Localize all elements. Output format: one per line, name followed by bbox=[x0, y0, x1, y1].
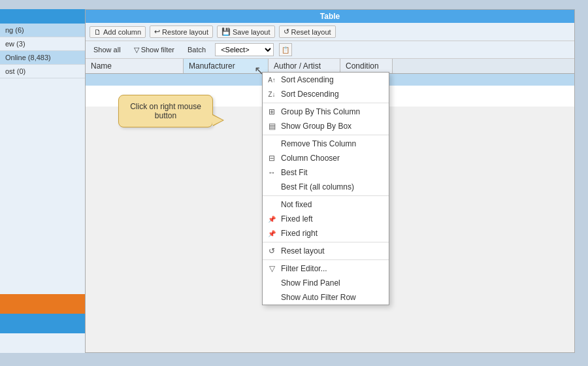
separator-4 bbox=[263, 242, 389, 242]
column-header-author[interactable]: Author / Artist bbox=[269, 59, 340, 73]
fixed-left-icon bbox=[267, 214, 277, 224]
orange-bar bbox=[0, 294, 91, 314]
reset-layout-menu-icon bbox=[267, 246, 277, 256]
remove-col-label: Remove This Column bbox=[281, 139, 356, 148]
group-col-label: Group By This Column bbox=[281, 107, 360, 116]
tooltip-text: Click on right mouse button bbox=[130, 102, 201, 120]
menu-item-col-chooser[interactable]: Column Chooser bbox=[263, 151, 389, 165]
restore-layout-label: Restore layout bbox=[162, 28, 208, 36]
toolbar2: Show all ▽ Show filter Batch <Select> 📋 bbox=[86, 41, 574, 59]
fixed-right-label: Fixed right bbox=[281, 229, 318, 238]
menu-item-best-fit[interactable]: Best Fit bbox=[263, 165, 389, 180]
context-menu: Sort Ascending Sort Descending Group By … bbox=[262, 72, 389, 305]
not-fixed-label: Not fixed bbox=[281, 200, 312, 209]
menu-item-remove-col[interactable]: Remove This Column bbox=[263, 137, 389, 151]
batch-button[interactable]: Batch bbox=[184, 44, 210, 55]
menu-item-reset-layout[interactable]: Reset layout bbox=[263, 244, 389, 258]
color-bars bbox=[0, 294, 91, 333]
show-filter-button[interactable]: ▽ Show filter bbox=[130, 44, 178, 56]
filter-icon: ▽ bbox=[134, 46, 139, 54]
copy-button[interactable]: 📋 bbox=[279, 43, 292, 56]
tooltip-balloon: Click on right mouse button bbox=[118, 95, 213, 127]
column-header-name[interactable]: Name bbox=[86, 59, 184, 73]
sort-asc-label: Sort Ascending bbox=[281, 75, 334, 84]
menu-item-show-group[interactable]: Show Group By Box bbox=[263, 119, 389, 133]
sort-desc-icon bbox=[267, 89, 277, 99]
best-fit-all-label: Best Fit (all columns) bbox=[281, 182, 354, 191]
show-find-label: Show Find Panel bbox=[281, 278, 340, 288]
save-layout-icon: 💾 bbox=[221, 27, 231, 36]
sidebar-item-ost[interactable]: ost (0) bbox=[0, 65, 91, 78]
auto-filter-label: Show Auto Filter Row bbox=[281, 293, 356, 302]
menu-item-filter-editor[interactable]: Filter Editor... bbox=[263, 261, 389, 276]
left-sidebar: ng (6) ew (3) Online (8,483) ost (0) bbox=[0, 9, 91, 353]
window-title: Table bbox=[320, 12, 340, 21]
fixed-right-icon bbox=[267, 228, 277, 239]
batch-label: Batch bbox=[188, 46, 206, 54]
reset-layout-button[interactable]: ↺ Reset layout bbox=[279, 25, 336, 38]
menu-item-sort-desc[interactable]: Sort Descending bbox=[263, 87, 389, 101]
menu-item-best-fit-all[interactable]: Best Fit (all columns) bbox=[263, 180, 389, 194]
column-name-label: Name bbox=[91, 61, 112, 71]
sort-desc-label: Sort Descending bbox=[281, 90, 339, 99]
sidebar-item-online[interactable]: Online (8,483) bbox=[0, 51, 91, 65]
sidebar-item-ng[interactable]: ng (6) bbox=[0, 24, 91, 37]
main-window: Table 🗋 Add column ↩ Restore layout 💾 Sa… bbox=[85, 9, 575, 353]
title-bar: Table bbox=[86, 10, 574, 23]
column-manufacturer-label: Manufacturer bbox=[189, 61, 235, 71]
restore-layout-icon: ↩ bbox=[154, 27, 160, 36]
add-column-button[interactable]: 🗋 Add column bbox=[90, 26, 146, 38]
reset-layout-label: Reset layout bbox=[291, 28, 331, 36]
toolbar1: 🗋 Add column ↩ Restore layout 💾 Save lay… bbox=[86, 23, 574, 41]
menu-item-auto-filter[interactable]: Show Auto Filter Row bbox=[263, 290, 389, 305]
sidebar-header-bar bbox=[0, 9, 91, 24]
sort-asc-icon bbox=[267, 75, 277, 85]
reset-layout-icon: ↺ bbox=[284, 27, 289, 36]
menu-item-fixed-left[interactable]: Fixed left bbox=[263, 212, 389, 226]
sidebar-item-ew[interactable]: ew (3) bbox=[0, 37, 91, 51]
column-author-label: Author / Artist bbox=[274, 61, 321, 71]
show-group-icon bbox=[267, 121, 277, 131]
menu-item-show-find[interactable]: Show Find Panel bbox=[263, 276, 389, 290]
separator-5 bbox=[263, 259, 389, 260]
separator-3 bbox=[263, 195, 389, 196]
fixed-left-label: Fixed left bbox=[281, 214, 313, 224]
add-column-icon: 🗋 bbox=[94, 28, 101, 36]
save-layout-button[interactable]: 💾 Save layout bbox=[217, 25, 274, 38]
separator-1 bbox=[263, 103, 389, 103]
separator-2 bbox=[263, 135, 389, 135]
menu-item-fixed-right[interactable]: Fixed right bbox=[263, 226, 389, 241]
reset-layout-menu-label: Reset layout bbox=[281, 246, 325, 256]
batch-select[interactable]: <Select> bbox=[215, 43, 274, 56]
best-fit-icon bbox=[267, 167, 277, 178]
copy-icon: 📋 bbox=[282, 46, 289, 54]
show-filter-label: Show filter bbox=[141, 46, 174, 54]
save-layout-label: Save layout bbox=[233, 28, 270, 36]
menu-item-not-fixed[interactable]: Not fixed bbox=[263, 197, 389, 212]
menu-item-group-col[interactable]: Group By This Column bbox=[263, 105, 389, 119]
add-column-label: Add column bbox=[103, 28, 141, 36]
blue-bar bbox=[0, 314, 91, 333]
column-header-condition[interactable]: Condition bbox=[340, 59, 393, 73]
show-all-button[interactable]: Show all bbox=[90, 44, 125, 55]
group-col-icon bbox=[267, 107, 277, 117]
show-group-label: Show Group By Box bbox=[281, 122, 351, 131]
filter-editor-icon bbox=[267, 263, 277, 274]
menu-item-sort-asc[interactable]: Sort Ascending bbox=[263, 73, 389, 87]
restore-layout-button[interactable]: ↩ Restore layout bbox=[150, 25, 213, 38]
col-chooser-label: Column Chooser bbox=[281, 154, 340, 163]
col-chooser-icon bbox=[267, 153, 277, 163]
column-condition-label: Condition bbox=[346, 61, 379, 71]
filter-editor-label: Filter Editor... bbox=[281, 264, 327, 273]
best-fit-label: Best Fit bbox=[281, 168, 308, 177]
show-all-label: Show all bbox=[93, 46, 121, 54]
